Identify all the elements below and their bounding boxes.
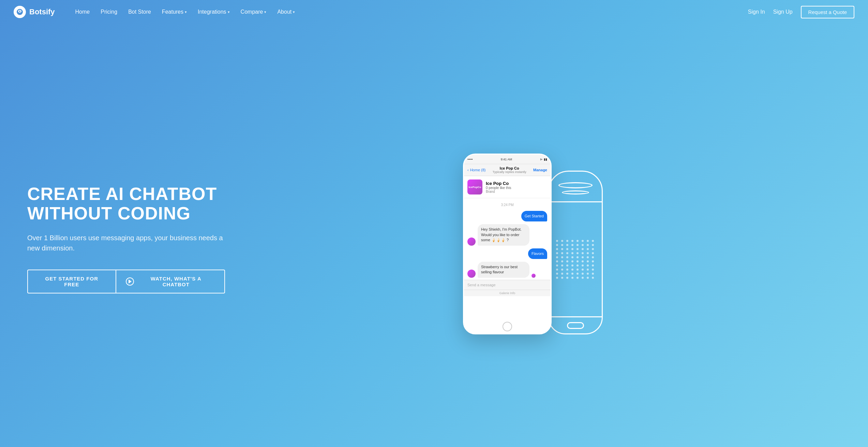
speaker-dot: [571, 244, 573, 246]
speaker-dot: [592, 264, 594, 266]
speaker-dot: [587, 269, 589, 271]
speaker-dot: [566, 264, 568, 266]
nav-compare[interactable]: Compare ▾: [241, 9, 267, 15]
speaker-dot: [571, 269, 573, 271]
speaker-dot: [571, 273, 573, 275]
hero-title: CREATE AI CHATBOT WITHOUT CODING: [27, 184, 225, 223]
speaker-dot: [592, 256, 594, 258]
phone-mockup: ••••• 9:41 AM ⊳ ▮▮ ‹ Home (8) Ice Pop Co…: [463, 154, 552, 334]
svg-point-2: [19, 11, 20, 12]
message-timestamp: 3:24 PM: [467, 200, 547, 208]
speaker-dot: [587, 252, 589, 254]
speaker-dot: [556, 256, 558, 258]
speaker-dot: [566, 244, 568, 246]
msg-bubble-sent-1: Get Started: [521, 211, 547, 221]
speaker-dot: [566, 260, 568, 262]
phone-page-info: IcePopCo Ice Pop Co 0 people like this B…: [464, 176, 551, 198]
speaker-dot: [577, 264, 579, 266]
message-strawberry: Strawberry is our best selling flavour: [467, 262, 547, 278]
speaker-dot: [566, 240, 568, 242]
speaker-dots-grid: [556, 240, 595, 279]
battery-icon: ▮▮: [544, 158, 547, 161]
speaker-dot: [556, 240, 558, 242]
manage-label: Manage: [533, 168, 547, 172]
nav-actions: Sign In Sign Up Request a Quote: [748, 6, 854, 18]
message-get-started: Get Started: [467, 211, 547, 221]
request-quote-button[interactable]: Request a Quote: [801, 6, 854, 18]
speaker-dot: [566, 256, 568, 258]
play-triangle-icon: [129, 279, 132, 284]
message-flavors: Flavors: [467, 248, 547, 259]
watch-video-button[interactable]: WATCH, WHAT'S A CHATBOT: [116, 270, 225, 293]
get-started-button[interactable]: GET STARTED FOR FREE: [27, 270, 116, 293]
msg-bubble-received-2: Strawberry is our best selling flavour: [478, 262, 529, 278]
speaker-ring-bottom: [562, 190, 589, 194]
phone-input-bar[interactable]: Send a message: [464, 280, 551, 290]
brand-logo[interactable]: Botsify: [14, 6, 55, 18]
hero-content: CREATE AI CHATBOT WITHOUT CODING Over 1 …: [27, 184, 225, 293]
back-chevron-icon: ‹: [467, 168, 469, 172]
speaker-dot: [577, 273, 579, 275]
hero-buttons: GET STARTED FOR FREE WATCH, WHAT'S A CHA…: [27, 270, 225, 293]
speaker-ring-top: [558, 182, 593, 188]
speaker-dot: [592, 248, 594, 250]
speaker-dot: [587, 240, 589, 242]
speaker-dot: [592, 252, 594, 254]
speaker-dot: [582, 260, 584, 262]
page-likes: 0 people like this: [486, 186, 511, 190]
speaker-dot: [582, 269, 584, 271]
logo-icon: [14, 6, 26, 18]
speaker-dot: [587, 273, 589, 275]
speaker-dot: [556, 269, 558, 271]
speaker-dot: [566, 273, 568, 275]
nav-about[interactable]: About ▾: [277, 9, 295, 15]
nav-features[interactable]: Features ▾: [162, 9, 187, 15]
phone-bottom-tab: Galerie Info: [464, 290, 551, 296]
speaker-top: [549, 172, 602, 202]
speaker-dot: [582, 240, 584, 242]
speaker-dot: [556, 277, 558, 279]
page-info-text: Ice Pop Co 0 people like this Brand: [486, 181, 511, 193]
speaker-dot: [561, 256, 563, 258]
navbar: Botsify Home Pricing Bot Store Features …: [0, 0, 868, 24]
speaker-dot: [587, 256, 589, 258]
speaker-dot: [561, 252, 563, 254]
about-chevron-icon: ▾: [293, 10, 295, 14]
nav-home[interactable]: Home: [75, 9, 90, 15]
speaker-dot: [571, 277, 573, 279]
speaker-dot: [571, 260, 573, 262]
sign-in-link[interactable]: Sign In: [748, 9, 765, 15]
phone-messages: 3:24 PM Get Started Hey Shiekh, I'm PopB…: [464, 198, 551, 280]
speaker-dot: [556, 248, 558, 250]
speaker-dot: [561, 244, 563, 246]
speaker-button: [567, 322, 584, 329]
message-status-dot: [532, 274, 536, 278]
speaker-dot: [556, 273, 558, 275]
speaker-dot: [592, 273, 594, 275]
hero-subtitle: Over 1 Billion users use messaging apps,…: [27, 233, 225, 253]
features-chevron-icon: ▾: [185, 10, 187, 14]
speaker-dot: [571, 264, 573, 266]
phone-page-header: Ice Pop Co Typically replies instantly: [493, 166, 526, 174]
speaker-dot: [556, 260, 558, 262]
speaker-dot: [582, 256, 584, 258]
speaker-dot: [577, 260, 579, 262]
phone-time: 9:41 AM: [501, 158, 512, 161]
speaker-dot: [566, 269, 568, 271]
location-icon: ⊳: [540, 158, 543, 161]
phone-status-bar: ••••• 9:41 AM ⊳ ▮▮: [464, 155, 551, 164]
nav-integrations[interactable]: Integrations ▾: [198, 9, 230, 15]
message-bot-intro: Hey Shiekh, I'm PopBot. Would you like t…: [467, 224, 547, 245]
speaker-dot: [577, 256, 579, 258]
speaker-dot: [571, 256, 573, 258]
nav-pricing[interactable]: Pricing: [101, 9, 117, 15]
sign-up-link[interactable]: Sign Up: [773, 9, 793, 15]
hero-visuals: ••••• 9:41 AM ⊳ ▮▮ ‹ Home (8) Ice Pop Co…: [225, 143, 841, 334]
nav-bot-store[interactable]: Bot Store: [128, 9, 151, 15]
phone-home-button: [503, 322, 512, 331]
speaker-dot: [561, 240, 563, 242]
speaker-dot: [571, 252, 573, 254]
bot-avatar-2: [467, 270, 476, 278]
speaker-dot: [582, 273, 584, 275]
speaker-dot: [582, 252, 584, 254]
